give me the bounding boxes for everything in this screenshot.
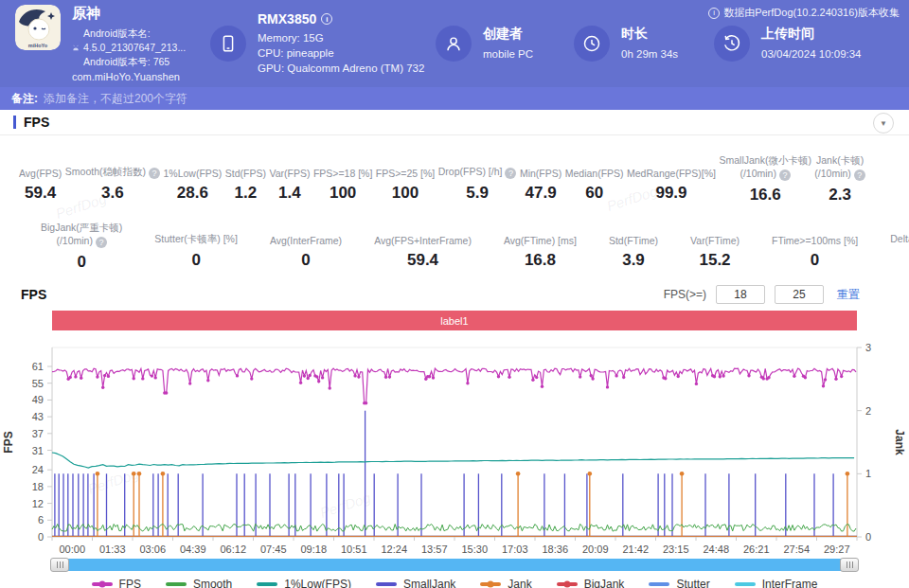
stat: FPS>=18 [%] 100 <box>313 154 372 205</box>
svg-text:miHoYo: miHoYo <box>28 43 48 48</box>
legend-label: Stutter <box>676 578 709 588</box>
fps-threshold-input-1[interactable] <box>716 285 765 304</box>
legend-item[interactable]: SmallJank <box>376 578 455 588</box>
stat-label: Drop(FPS) [/h]? <box>438 154 517 179</box>
legend-item[interactable]: BigJank <box>557 578 625 588</box>
svg-text:24:48: 24:48 <box>703 543 729 555</box>
stat-label: Var(FTime) <box>690 222 740 246</box>
scrollbar-left-handle-icon[interactable] <box>50 558 69 572</box>
panel-accent-bar <box>13 116 16 129</box>
help-icon[interactable]: ? <box>96 237 107 248</box>
legend-item[interactable]: 1%Low(FPS) <box>257 578 351 588</box>
stat-label: Jank(卡顿)(/10min)? <box>814 154 865 181</box>
stat-label: Stutter(卡顿率) [%] <box>154 222 238 246</box>
stat: Min(FPS) 47.9 <box>520 154 561 205</box>
svg-text:01:33: 01:33 <box>99 543 126 555</box>
remarks-placeholder: 添加备注，不超过200个字符 <box>44 91 187 107</box>
upload-label: 上传时间 <box>761 26 862 43</box>
legend-marker-icon <box>376 582 397 586</box>
svg-text:Jank: Jank <box>893 429 906 455</box>
legend-item[interactable]: Jank <box>480 578 531 588</box>
svg-text:27:54: 27:54 <box>783 543 810 555</box>
collapse-button[interactable]: ▼ <box>873 113 894 134</box>
svg-text:26:21: 26:21 <box>743 543 770 555</box>
fps-threshold-input-2[interactable] <box>775 285 824 304</box>
svg-text:03:06: 03:06 <box>139 543 166 555</box>
stat-value: 15.2 <box>690 251 740 270</box>
android-version-code: Android版本号: 765 <box>83 55 210 69</box>
stat-value: 3.9 <box>609 251 658 270</box>
stats-section: PerfDog PerfDog Avg(FPS) 59.4 Smooth(稳帧指… <box>0 135 909 276</box>
stat-value: 0 <box>772 251 858 270</box>
upload-value: 03/04/2024 10:09:34 <box>761 46 862 62</box>
help-icon[interactable]: ? <box>149 168 160 179</box>
stat: FTime>=100ms [%] 0 <box>756 222 874 272</box>
legend-label: InterFrame <box>762 578 818 588</box>
user-icon <box>436 26 472 62</box>
app-icon: miHoYo <box>15 5 61 50</box>
svg-text:18:36: 18:36 <box>542 543 568 555</box>
stat-value: 5.9 <box>438 184 517 203</box>
help-icon[interactable]: ? <box>854 169 865 181</box>
app-package: com.miHoYo.Yuanshen <box>72 71 210 82</box>
duration-label: 时长 <box>621 26 678 43</box>
fps-panel-header: FPS ▼ <box>0 110 909 135</box>
stat-value: 59.4 <box>19 184 62 203</box>
stat-value: 3.6 <box>65 184 160 203</box>
legend-marker-icon <box>480 582 501 586</box>
svg-text:3: 3 <box>865 342 871 353</box>
svg-text:43: 43 <box>32 411 44 422</box>
scrollbar-right-handle-icon[interactable] <box>840 558 859 572</box>
android-version-name: Android版本名: 4.5.0_21307647_213... <box>83 27 210 55</box>
stat: BigJank(严重卡顿)(/10min)? 0 <box>25 222 138 272</box>
legend-item[interactable]: InterFrame <box>735 578 818 588</box>
legend-label: BigJank <box>584 578 625 588</box>
stat-value: 0 <box>890 251 909 270</box>
stat-value: 16.8 <box>504 251 577 270</box>
svg-text:21:42: 21:42 <box>622 543 649 555</box>
remarks-input[interactable]: 备注: 添加备注，不超过200个字符 <box>0 87 909 110</box>
svg-text:49: 49 <box>32 394 44 405</box>
stat-label: SmallJank(微小卡顿)(/10min)? <box>719 154 811 181</box>
stat: Avg(InterFrame) 0 <box>254 222 358 272</box>
collect-info: i 数据由PerfDog(10.2.240316)版本收集 <box>708 6 900 20</box>
stat-value: 2.3 <box>814 186 865 205</box>
stat: Drop(FPS) [/h]? 5.9 <box>438 154 517 205</box>
stat-label: Avg(InterFrame) <box>270 222 342 246</box>
info-icon: i <box>708 8 720 19</box>
scrollbar-track[interactable] <box>52 559 857 571</box>
fps-chart[interactable]: 06121824313743495561012300:0001:3303:060… <box>0 338 909 558</box>
stat-value: 0 <box>154 251 238 270</box>
stat-value: 59.4 <box>374 251 472 270</box>
creator-value: mobile PC <box>483 46 533 62</box>
reset-link[interactable]: 重置 <box>837 287 860 303</box>
legend-item[interactable]: Smooth <box>166 578 232 588</box>
svg-text:61: 61 <box>32 361 44 372</box>
stat-label: Avg(FPS) <box>19 154 62 179</box>
upload-block: 上传时间 03/04/2024 10:09:34 <box>714 26 894 62</box>
collect-info-text: 数据由PerfDog(10.2.240316)版本收集 <box>723 6 900 20</box>
svg-text:55: 55 <box>32 378 44 389</box>
svg-text:07:45: 07:45 <box>260 543 287 555</box>
stat: MedRange(FPS)[%] 99.9 <box>627 154 716 205</box>
duration-value: 0h 29m 34s <box>621 46 678 62</box>
stats-row-1: Avg(FPS) 59.4 Smooth(稳帧指数)? 3.6 1%Low(FP… <box>0 154 909 205</box>
stat-label: Avg(FPS+InterFrame) <box>374 222 472 246</box>
phone-icon <box>210 26 246 62</box>
help-icon[interactable]: ? <box>779 169 791 181</box>
device-info-icon[interactable]: i <box>321 13 332 25</box>
chart-range-scrollbar <box>52 559 857 571</box>
help-icon[interactable]: ? <box>505 168 516 179</box>
chart-title: FPS <box>21 287 46 302</box>
legend-marker-icon <box>257 582 277 586</box>
stat: Jank(卡顿)(/10min)? 2.3 <box>814 154 865 205</box>
legend-item[interactable]: Stutter <box>649 578 709 588</box>
device-model: RMX3850 <box>258 11 316 27</box>
stat-value: 0 <box>270 251 342 270</box>
svg-text:0: 0 <box>38 531 44 543</box>
stat-label: FPS>=25 [%] <box>376 154 435 179</box>
legend-item[interactable]: FPS <box>92 578 141 588</box>
device-cpu: CPU: pineapple <box>258 45 424 61</box>
stat-value: 1.4 <box>269 184 310 203</box>
stat-value: 16.6 <box>719 186 811 205</box>
